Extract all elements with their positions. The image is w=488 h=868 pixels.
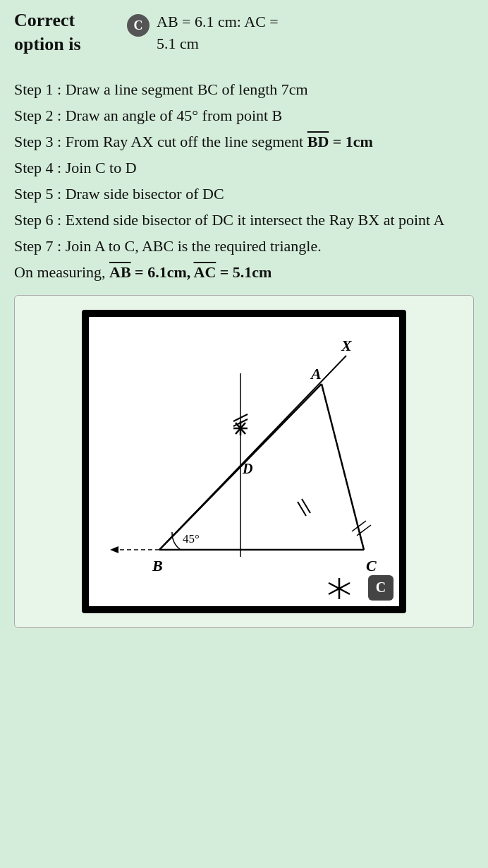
- step-5: Step 5 : Draw side bisector of DC: [14, 182, 474, 205]
- svg-text:C: C: [366, 557, 377, 574]
- svg-text:D: D: [242, 461, 252, 476]
- svg-text:X: X: [341, 337, 353, 354]
- option-badge: C: [127, 14, 150, 37]
- measuring-text: On measuring, AB = 6.1cm, AC = 5.1cm: [14, 260, 474, 284]
- copy-button[interactable]: C: [368, 575, 394, 601]
- diagram-container: X A B C D 45° C: [14, 295, 474, 628]
- step-7: Step 7 : Join A to C, ABC is the require…: [14, 234, 474, 258]
- diagram-frame: X A B C D 45° C: [82, 310, 406, 613]
- step-6: Step 6 : Extend side bisector of DC it i…: [14, 208, 474, 231]
- steps-section: Step 1 : Draw a line segment BC of lengt…: [14, 78, 474, 284]
- step-2: Step 2 : Draw an angle of 45° from point…: [14, 104, 474, 127]
- step-1: Step 1 : Draw a line segment BC of lengt…: [14, 78, 474, 101]
- svg-text:45°: 45°: [183, 532, 200, 545]
- geometry-diagram: X A B C D 45°: [89, 317, 399, 606]
- step-3: Step 3 : From Ray AX cut off the line se…: [14, 130, 474, 153]
- header-section: Correctoption is C AB = 6.1 cm: AC =5.1 …: [14, 8, 474, 56]
- step-4: Step 4 : Join C to D: [14, 156, 474, 179]
- correct-label: Correctoption is: [14, 8, 127, 56]
- svg-text:A: A: [310, 365, 322, 382]
- diagram-inner: X A B C D 45° C: [89, 317, 399, 606]
- svg-text:B: B: [152, 557, 163, 574]
- option-text: AB = 6.1 cm: AC =5.1 cm: [157, 11, 279, 55]
